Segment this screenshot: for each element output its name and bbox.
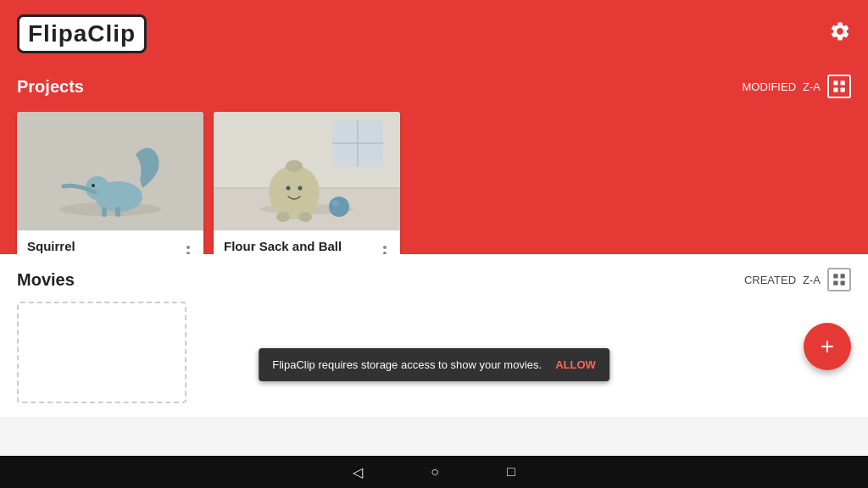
svg-point-20 xyxy=(287,186,291,191)
movies-view-toggle[interactable] xyxy=(827,268,851,291)
fab-button[interactable]: + xyxy=(804,323,851,370)
project-card-flour[interactable]: Flour Sack and Ball 12 fps xyxy=(214,112,400,275)
svg-point-24 xyxy=(329,197,349,217)
projects-view-toggle[interactable] xyxy=(827,75,851,98)
android-nav-bar: ◁ ○ □ xyxy=(0,456,868,488)
movies-title: Movies xyxy=(17,270,75,290)
svg-point-18 xyxy=(269,165,320,219)
snackbar-action-allow[interactable]: ALLOW xyxy=(555,358,596,371)
plus-icon: + xyxy=(821,333,834,360)
movies-header: Movies CREATED Z-A xyxy=(17,268,851,291)
svg-point-19 xyxy=(286,160,303,172)
header-top-bar: FlipaClip xyxy=(0,0,868,68)
svg-rect-26 xyxy=(833,274,837,278)
movies-sort-controls: CREATED Z-A xyxy=(744,268,851,291)
svg-rect-3 xyxy=(841,88,845,92)
svg-point-22 xyxy=(276,212,290,222)
project-card-squirrel[interactable]: Squirrel 12 fps xyxy=(17,112,203,275)
svg-rect-8 xyxy=(102,207,107,217)
projects-header: Projects MODIFIED Z-A xyxy=(0,68,868,105)
project-thumbnail-squirrel xyxy=(17,112,203,230)
snackbar-message: FlipaClip requires storage access to sho… xyxy=(272,358,542,371)
projects-sort-controls: MODIFIED Z-A xyxy=(742,75,851,98)
svg-rect-1 xyxy=(841,80,845,85)
svg-point-10 xyxy=(92,184,95,187)
svg-rect-9 xyxy=(115,207,120,217)
header-section: FlipaClip Projects MODIFIED Z-A xyxy=(0,0,868,254)
svg-point-23 xyxy=(298,212,312,222)
projects-sort-label[interactable]: MODIFIED xyxy=(742,80,796,93)
movie-empty-slot xyxy=(17,302,186,403)
svg-rect-0 xyxy=(833,80,837,85)
movies-sort-order[interactable]: Z-A xyxy=(803,274,821,286)
projects-title: Projects xyxy=(17,77,84,97)
nav-recents-button[interactable]: □ xyxy=(507,464,515,480)
logo: FlipaClip xyxy=(17,14,147,53)
svg-rect-27 xyxy=(841,274,845,278)
lower-section: Movies CREATED Z-A + FlipaClip requires … xyxy=(0,254,868,417)
projects-cards: Squirrel 12 fps xyxy=(0,105,868,275)
projects-sort-order[interactable]: Z-A xyxy=(803,80,821,93)
svg-point-21 xyxy=(298,186,303,191)
project-thumbnail-flour xyxy=(214,112,400,230)
svg-point-25 xyxy=(332,200,339,207)
svg-rect-28 xyxy=(833,281,837,286)
nav-home-button[interactable]: ○ xyxy=(431,464,439,480)
snackbar: FlipaClip requires storage access to sho… xyxy=(259,348,609,381)
movies-sort-label[interactable]: CREATED xyxy=(744,274,796,286)
svg-rect-2 xyxy=(833,88,837,92)
svg-rect-29 xyxy=(841,281,845,286)
nav-back-button[interactable]: ◁ xyxy=(353,464,363,480)
settings-icon[interactable] xyxy=(829,20,851,47)
project-name-flour: Flour Sack and Ball xyxy=(224,239,342,253)
logo-text: FlipaClip xyxy=(17,14,147,53)
project-name-squirrel: Squirrel xyxy=(27,239,75,253)
